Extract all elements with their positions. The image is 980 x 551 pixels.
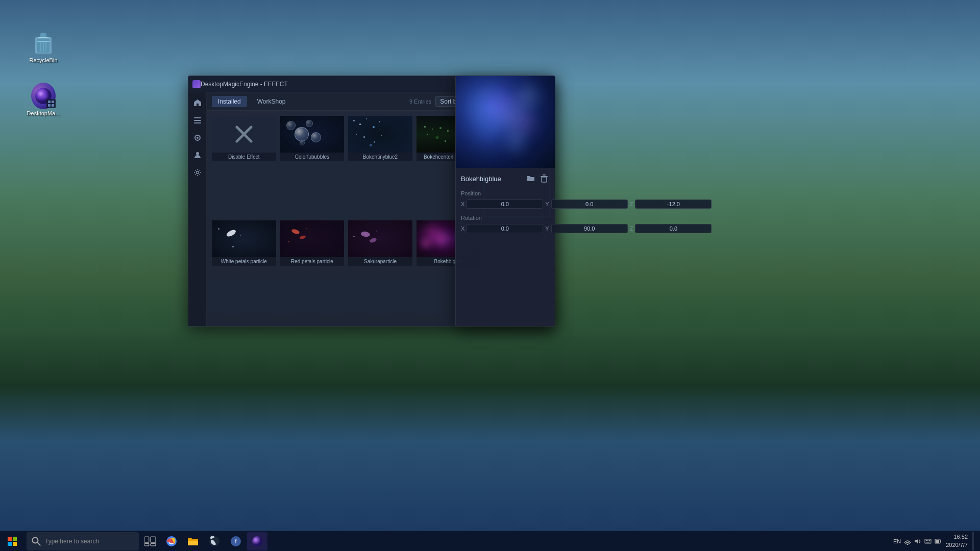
svg-rect-16	[194, 120, 201, 121]
svg-point-19	[197, 137, 199, 139]
svg-rect-51	[929, 540, 930, 541]
svg-rect-14	[52, 104, 54, 107]
svg-marker-47	[915, 539, 918, 544]
rot-x-input[interactable]	[467, 224, 543, 233]
taskbar-app4-button[interactable]: f	[226, 532, 246, 550]
effect-item-sakura[interactable]: Sakuraparticle	[347, 219, 413, 322]
detail-info: Bokehbigblue Position	[456, 168, 555, 326]
recycle-bin-label: RecycleBin	[29, 57, 57, 63]
sidebar-home-item[interactable]	[190, 95, 205, 111]
position-label: Position	[461, 190, 550, 196]
taskbar-chrome-button[interactable]	[161, 532, 182, 550]
taskbar-steam-button[interactable]	[204, 532, 225, 550]
detail-preview	[456, 76, 555, 168]
pos-z-input[interactable]	[635, 199, 712, 209]
detail-panel: Bokehbigblue Position	[455, 76, 555, 327]
svg-rect-29	[8, 537, 12, 541]
sidebar	[188, 92, 207, 326]
rot-x-label: X	[461, 226, 464, 232]
svg-point-45	[252, 536, 262, 546]
svg-rect-50	[927, 540, 928, 541]
rotation-label: Rotation	[461, 215, 550, 221]
position-group: Position X Y Z	[461, 190, 550, 209]
sidebar-settings-item[interactable]	[190, 165, 205, 180]
svg-rect-17	[194, 122, 201, 123]
desktopmagic-icon[interactable]: DesktopMa...	[26, 84, 61, 116]
rotation-row: X Y Z	[461, 224, 550, 233]
effect-label-sakura: Sakuraparticle	[348, 257, 412, 266]
start-button[interactable]	[0, 531, 24, 552]
effect-label-colorbubbles: Colorfububbles	[280, 153, 345, 161]
taskbar-explorer-button[interactable]	[183, 532, 203, 550]
svg-text:f: f	[235, 539, 237, 544]
svg-rect-30	[13, 537, 17, 541]
detail-actions	[525, 173, 550, 184]
workshop-tab[interactable]: WorkShop	[251, 96, 292, 107]
effect-item-whitepetals[interactable]: White petals particle	[211, 219, 277, 322]
svg-rect-28	[542, 177, 547, 182]
effect-label-redpetals: Red petals particle	[280, 257, 345, 266]
effect-item-bokehtinyblue2[interactable]: Bokehtinyblue2	[347, 115, 413, 217]
taskbar-taskview-button[interactable]	[140, 532, 160, 550]
taskbar-apps: Type here to search	[24, 532, 887, 550]
clock-date: 2020/7/7	[946, 541, 968, 549]
recycle-bin-icon[interactable]: RecycleBin	[26, 31, 61, 63]
svg-rect-52	[926, 542, 929, 543]
svg-point-9	[38, 92, 42, 96]
svg-rect-49	[926, 540, 927, 541]
rot-z-label: Z	[630, 226, 633, 232]
detail-name: Bokehbigblue	[461, 175, 501, 183]
desktopmagic-label: DesktopMa...	[27, 110, 60, 116]
taskbar-search-button[interactable]: Type here to search	[27, 532, 139, 550]
svg-point-20	[196, 152, 199, 155]
keyboard-icon	[924, 538, 932, 545]
svg-rect-36	[151, 537, 156, 542]
taskbar-tray-icons: EN	[893, 538, 942, 545]
svg-rect-32	[13, 542, 17, 546]
svg-rect-54	[940, 540, 941, 542]
clock-time: 16:52	[946, 533, 968, 541]
volume-icon	[914, 538, 921, 545]
pos-y-input[interactable]	[551, 199, 628, 209]
effect-label-disable: Disable Effect	[212, 153, 276, 161]
delete-button[interactable]	[538, 173, 550, 184]
installed-tab[interactable]: Installed	[212, 96, 247, 107]
svg-rect-11	[48, 101, 51, 103]
svg-rect-35	[144, 537, 149, 542]
sidebar-person-item[interactable]	[190, 147, 205, 163]
svg-point-21	[196, 171, 199, 174]
language-badge: EN	[893, 538, 901, 544]
rot-z-input[interactable]	[635, 224, 712, 233]
pos-x-label: X	[461, 201, 464, 207]
rotation-group: Rotation X Y Z	[461, 215, 550, 233]
rot-y-label: Y	[545, 226, 549, 232]
sidebar-effects-item[interactable]	[190, 130, 205, 145]
svg-rect-12	[52, 101, 54, 103]
taskbar-desktopmagic-button[interactable]	[247, 532, 267, 550]
svg-point-33	[32, 537, 38, 543]
battery-icon	[935, 538, 942, 545]
svg-rect-38	[151, 543, 156, 545]
app-logo-icon	[192, 80, 201, 88]
effect-item-disable[interactable]: Disable Effect	[211, 115, 277, 217]
position-row: X Y Z	[461, 199, 550, 209]
search-taskbar-placeholder: Type here to search	[45, 538, 99, 545]
desktop-icons: RecycleBin	[26, 31, 61, 116]
folder-button[interactable]	[525, 173, 536, 184]
network-icon	[904, 538, 911, 545]
detail-name-row: Bokehbigblue	[461, 173, 550, 184]
svg-rect-15	[194, 117, 201, 118]
pos-x-input[interactable]	[467, 199, 543, 209]
taskbar-right: EN 1	[887, 532, 980, 550]
rot-y-input[interactable]	[551, 224, 628, 233]
svg-rect-55	[936, 540, 939, 543]
taskbar-clock: 16:52 2020/7/7	[946, 533, 968, 549]
effect-item-redpetals[interactable]: Red petals particle	[279, 219, 346, 322]
show-desktop-button[interactable]	[972, 532, 974, 550]
effect-item-colorbubbles[interactable]: Colorfububbles	[279, 115, 346, 217]
effect-label-bokehtinyblue2: Bokehtinyblue2	[348, 153, 412, 161]
pos-y-label: Y	[545, 201, 549, 207]
sidebar-browse-item[interactable]	[190, 113, 205, 128]
svg-rect-13	[48, 104, 51, 107]
svg-rect-37	[144, 543, 149, 545]
